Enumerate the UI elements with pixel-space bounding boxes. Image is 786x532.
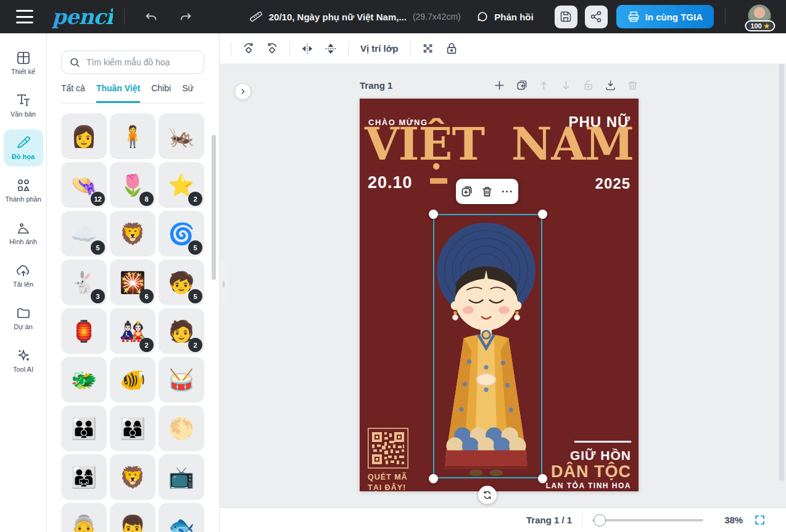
lock-page-icon[interactable]	[582, 80, 594, 91]
document-size: (29.7x42cm)	[413, 12, 461, 22]
category-tab[interactable]: Chibi	[151, 83, 171, 103]
woman-illustration[interactable]	[430, 216, 542, 480]
chevron-right-icon	[239, 88, 247, 96]
qr-caption[interactable]: QUÉT MÃTẠI ĐÂY!	[368, 472, 408, 491]
poster-main-title[interactable]: VIỆTNAM	[365, 121, 634, 168]
flip-vertical-icon[interactable]	[324, 42, 337, 55]
graphic-tile[interactable]: 🧑 2	[159, 308, 204, 354]
sidebar-item-text[interactable]: Văn bản	[4, 87, 43, 124]
poster-year-text[interactable]: 2025	[595, 175, 631, 192]
duplicate-page-icon[interactable]	[516, 80, 527, 91]
graphic-tile[interactable]: 👒 12	[61, 162, 107, 208]
flip-horizontal-icon[interactable]	[300, 42, 314, 55]
graphic-tile[interactable]: 🥁	[159, 357, 204, 403]
variant-count-badge: 5	[188, 289, 202, 303]
menu-icon[interactable]	[16, 10, 33, 23]
selection-handle-bottom-right[interactable]	[538, 474, 547, 483]
app-logo[interactable]: penci	[52, 4, 113, 29]
graphic-tile[interactable]: 🧒 5	[159, 260, 204, 305]
category-tab[interactable]: Tất cả	[61, 83, 85, 103]
fullscreen-icon[interactable]	[754, 514, 766, 526]
tabs-scroll-right-button[interactable]	[234, 83, 251, 100]
variant-count-badge: 12	[91, 192, 105, 206]
graphic-tile[interactable]: 🎎 2	[110, 308, 155, 354]
graphic-tile[interactable]: 👵	[61, 503, 107, 532]
poster-date-text[interactable]: 20.10	[368, 173, 413, 192]
share-button[interactable]	[585, 6, 608, 28]
rotate-left-icon[interactable]	[242, 42, 255, 55]
rotate-right-icon[interactable]	[265, 42, 279, 55]
print-button[interactable]: In cùng TGIA	[616, 5, 714, 28]
graphic-thumbnail: 👦	[120, 514, 146, 532]
canvas-scrollbar[interactable]	[779, 62, 784, 481]
graphic-tile[interactable]: 🐲	[61, 357, 107, 403]
add-page-icon[interactable]	[494, 80, 505, 91]
search-box[interactable]	[61, 51, 204, 74]
graphic-tile[interactable]: 🦗	[159, 113, 204, 159]
undo-icon[interactable]	[144, 10, 158, 23]
sidebar-item-images[interactable]: Hình ảnh	[4, 215, 43, 252]
graphic-tile[interactable]: 📺	[159, 454, 204, 500]
graphic-tile[interactable]: 👨‍👩‍👧	[61, 454, 107, 500]
move-page-down-icon[interactable]	[560, 80, 572, 91]
more-options-icon[interactable]: ···	[502, 186, 513, 197]
sidebar-item-uploads[interactable]: Tải lên	[4, 257, 43, 294]
poster-dash-shape[interactable]	[430, 178, 447, 184]
zoom-slider[interactable]	[592, 519, 703, 522]
graphic-tile[interactable]: 🏮	[61, 308, 107, 354]
folder-icon	[16, 306, 31, 321]
graphic-thumbnail: 👨‍👩‍👧	[71, 465, 97, 489]
qr-code[interactable]	[368, 428, 408, 469]
panel-scrollbar[interactable]	[212, 135, 216, 280]
sidebar-item-graphics[interactable]: Đồ họa	[4, 129, 43, 166]
download-page-icon[interactable]	[605, 80, 616, 91]
panel-collapse-handle[interactable]: ∥	[220, 261, 228, 306]
graphic-tile[interactable]: 👦	[110, 503, 155, 532]
selection-handle-top-left[interactable]	[429, 210, 438, 219]
selection-handle-bottom-left[interactable]	[429, 474, 438, 483]
graphic-tile[interactable]: 🌀 5	[159, 211, 204, 256]
divider	[289, 41, 290, 56]
graphic-tile[interactable]: 🐠	[110, 357, 155, 403]
document-title[interactable]: 20/10, Ngày phụ nữ Việt Nam,...	[269, 12, 407, 22]
divider	[582, 514, 582, 527]
sidebar-item-ai-tools[interactable]: Tool AI	[4, 342, 43, 379]
move-page-up-icon[interactable]	[538, 80, 550, 91]
category-tab[interactable]: Thuần Việt	[96, 83, 140, 103]
zoom-slider-thumb[interactable]	[594, 514, 606, 526]
graphic-tile[interactable]: 🦁	[110, 454, 155, 500]
graphic-tile[interactable]: 🌕	[159, 406, 204, 451]
search-input[interactable]	[86, 57, 191, 67]
poster-slogan-block[interactable]: GIỮ HỒN DÂN TỘC LAN TỎA TINH HOA	[546, 441, 631, 490]
save-button[interactable]	[555, 6, 577, 28]
transparency-icon[interactable]	[421, 42, 435, 55]
graphic-tile[interactable]: 🌷 8	[110, 162, 155, 208]
graphic-tile[interactable]: 🐟	[159, 503, 204, 532]
delete-element-icon[interactable]	[481, 186, 493, 197]
graphic-tile[interactable]: 🧍	[110, 113, 155, 159]
graphic-tile[interactable]: 🦁	[110, 211, 155, 256]
sidebar-item-design[interactable]: Thiết kế	[4, 44, 43, 81]
graphic-tile[interactable]: ☁️ 5	[61, 211, 107, 256]
selection-handle-top-right[interactable]	[538, 210, 547, 219]
duplicate-element-icon[interactable]	[461, 186, 473, 197]
graphic-tile[interactable]: 👪	[61, 406, 107, 451]
shapes-icon	[16, 178, 31, 193]
rotate-element-handle[interactable]	[478, 486, 497, 504]
graphic-tile[interactable]: ⭐ 2	[159, 162, 204, 208]
graphic-tile[interactable]: 👩	[61, 113, 107, 159]
credits-badge[interactable]: 100★	[745, 20, 775, 31]
category-tab[interactable]: Sứ	[182, 83, 194, 103]
feedback-button[interactable]: Phản hồi	[477, 10, 533, 23]
sidebar-item-components[interactable]: Thành phần	[4, 172, 43, 209]
graphic-tile[interactable]: 🎇 6	[110, 260, 155, 305]
graphic-tile[interactable]: 👨‍👩‍👦	[110, 406, 155, 451]
lock-icon[interactable]	[445, 42, 458, 55]
layer-position-button[interactable]: Vị trí lớp	[360, 43, 399, 54]
poster-page[interactable]: CHÀO MỪNG PHỤ NỮ VIỆTNAM 20.10 2025 QUÉT…	[360, 99, 639, 491]
delete-page-icon[interactable]	[627, 80, 639, 91]
sidebar-item-projects[interactable]: Dự án	[4, 300, 43, 337]
graphic-tile[interactable]: 🐇 3	[61, 260, 107, 305]
divider	[124, 9, 125, 25]
redo-icon[interactable]	[179, 10, 192, 23]
